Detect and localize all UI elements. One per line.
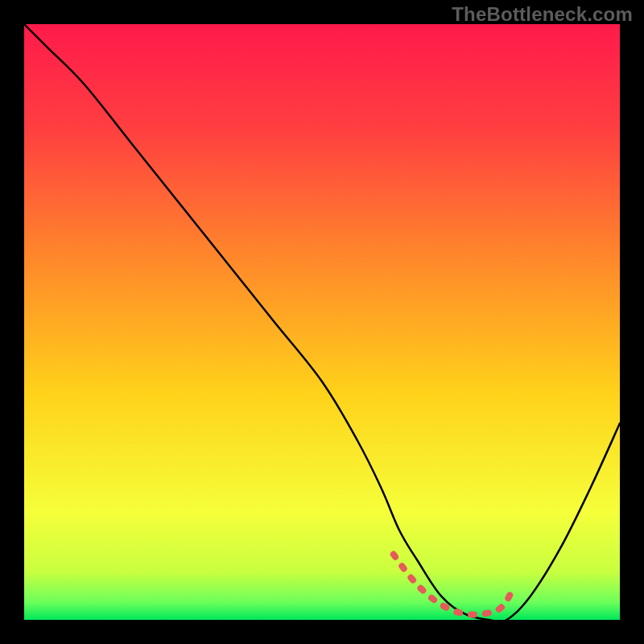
plot-area xyxy=(24,24,620,620)
chart-frame: TheBottleneck.com xyxy=(0,0,644,644)
plot-svg xyxy=(24,24,620,620)
gradient-background xyxy=(24,24,620,620)
watermark-text: TheBottleneck.com xyxy=(452,3,633,26)
